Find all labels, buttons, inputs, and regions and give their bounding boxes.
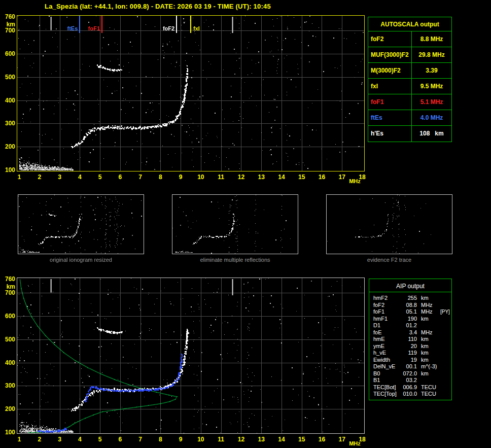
x-axis-tick: 9 — [174, 436, 187, 442]
autoscala-row: h'Es108 km — [368, 126, 451, 142]
thumbnail-canvas — [327, 195, 452, 254]
aip-row-unit: km — [417, 316, 440, 323]
x-axis-tick: 8 — [154, 436, 166, 442]
x-axis-tick: 3 — [54, 174, 66, 180]
aip-row: DelN_vE00.1m^(-3) — [369, 363, 451, 370]
aip-row-note — [440, 377, 451, 384]
aip-row-value: 20 — [399, 343, 417, 350]
autoscala-row-label: foF1 — [368, 94, 412, 110]
aip-row-label: foF1 — [369, 308, 399, 316]
profile-plot — [17, 278, 365, 434]
aip-row-note — [440, 343, 451, 350]
aip-row-value: 119 — [399, 350, 417, 357]
aip-row: hmF1190km — [369, 316, 451, 323]
aip-row-note — [440, 336, 451, 343]
autoscala-window: La_Spezia (lat: +44.1, lon: 009.8) - DAT… — [0, 0, 491, 448]
aip-row-value: 072.0 — [399, 370, 417, 377]
x-axis-tick: 16 — [315, 436, 328, 442]
ionogram-plot: ftEsfoF1foF2fxI — [17, 15, 365, 171]
y-axis-tick: 300 — [1, 120, 15, 126]
aip-row: foE3.4MHz — [369, 329, 451, 336]
aip-row: TEC[Top]010.0TECU — [369, 391, 451, 398]
aip-row-note — [440, 357, 451, 364]
aip-row-label: TEC[Bot] — [369, 384, 399, 391]
thumbnail-caption: original ionogram resized — [18, 257, 144, 263]
x-axis-tick: 10 — [195, 436, 207, 442]
aip-row-value: 08.8 — [399, 302, 417, 309]
aip-row-note — [440, 391, 451, 398]
x-axis-tick: 13 — [255, 174, 267, 180]
x-axis-tick: 7 — [134, 174, 147, 180]
aip-row-note: [PY] — [440, 308, 452, 316]
aip-row: B103.2 — [369, 377, 451, 384]
aip-row-unit: km — [417, 295, 440, 302]
y-axis-tick: 760 — [1, 276, 15, 282]
x-axis-tick: 12 — [235, 174, 247, 180]
aip-row: hmF2255km — [369, 295, 451, 302]
aip-row: ymE20km — [369, 343, 451, 350]
autoscala-row-label: ftEs — [368, 110, 412, 125]
aip-output-title: AIP output — [369, 279, 451, 292]
aip-row-label: B0 — [369, 370, 399, 377]
y-axis-tick: 400 — [1, 360, 15, 366]
autoscala-row-label: MUF(3000)F2 — [368, 47, 412, 62]
aip-row-value: 00.1 — [399, 363, 417, 370]
aip-row-value: 19 — [399, 357, 417, 364]
y-axis-tick: 760 — [1, 14, 15, 20]
aip-row-unit: MHz — [417, 302, 440, 309]
autoscala-row-value: 4.0 MHz — [412, 110, 451, 125]
x-axis-tick: 11 — [215, 174, 227, 180]
x-axis-tick: 7 — [134, 436, 147, 442]
x-axis-unit-label: MHz — [349, 179, 361, 184]
x-axis-tick: 2 — [33, 436, 46, 442]
aip-row-value: 006.9 — [399, 384, 417, 391]
aip-row: B0072.0km — [369, 370, 451, 377]
aip-row-unit — [417, 377, 440, 384]
y-axis-tick: 500 — [1, 74, 15, 80]
y-axis-tick: 500 — [1, 336, 15, 342]
aip-row-label: hmF2 — [369, 295, 399, 302]
x-axis-tick: 14 — [275, 174, 288, 180]
y-axis-unit-label: km — [1, 284, 15, 290]
x-axis-tick: 1 — [13, 174, 25, 180]
station-header: La_Spezia (lat: +44.1, lon: 009.8) - DAT… — [45, 3, 271, 10]
aip-row-label: hmE — [369, 336, 399, 343]
thumbnail-canvas — [172, 195, 298, 254]
x-axis-tick: 9 — [174, 174, 187, 180]
thumbnail-caption: eliminate multiple reflections — [172, 257, 298, 263]
autoscala-output-rows: foF28.8 MHzMUF(3000)F229.8 MHzM(3000)F23… — [368, 31, 451, 142]
x-axis-tick: 13 — [255, 436, 267, 442]
marker-label-foF2: foF2 — [156, 26, 174, 31]
autoscala-row: foF28.8 MHz — [368, 31, 451, 47]
aip-row-label: hmF1 — [369, 316, 399, 323]
aip-row-unit: MHz — [417, 329, 440, 336]
autoscala-row: MUF(3000)F229.8 MHz — [368, 47, 451, 63]
thumbnail-canvas — [18, 195, 144, 254]
x-axis-tick: 3 — [54, 436, 66, 442]
aip-row-note — [440, 316, 451, 323]
x-axis-tick: 4 — [74, 436, 86, 442]
autoscala-row: foF15.1 MHz — [368, 94, 451, 110]
aip-row: foF105.1MHz[PY] — [369, 308, 451, 316]
aip-row-value: 3.4 — [399, 329, 417, 336]
x-axis-tick: 8 — [154, 174, 166, 180]
x-axis-tick: 14 — [275, 436, 288, 442]
aip-row: Ewidth19km — [369, 357, 451, 364]
autoscala-row-value: 29.8 MHz — [412, 47, 451, 62]
marker-line-foF1 — [101, 16, 102, 33]
aip-row-label: h_vE — [369, 350, 399, 357]
marker-line-ftEs — [79, 16, 80, 33]
autoscala-output-title: AUTOSCALA output — [368, 17, 451, 31]
aip-row-unit: km — [417, 357, 440, 364]
aip-row-unit: m^(-3) — [417, 363, 440, 370]
aip-row-value: 110 — [399, 336, 417, 343]
y-axis-tick: 400 — [1, 97, 15, 104]
aip-row-unit: km — [417, 350, 440, 357]
x-axis-tick: 15 — [296, 436, 308, 442]
aip-output-table: AIP output hmF2255kmfoF208.8MHzfoF105.1M… — [369, 279, 452, 400]
aip-row-label: foF2 — [369, 302, 399, 309]
aip-row-unit: TECU — [417, 384, 440, 391]
aip-row: TEC[Bot]006.9TECU — [369, 384, 451, 391]
y-axis-tick: 300 — [1, 383, 15, 389]
aip-row-note — [440, 302, 451, 309]
